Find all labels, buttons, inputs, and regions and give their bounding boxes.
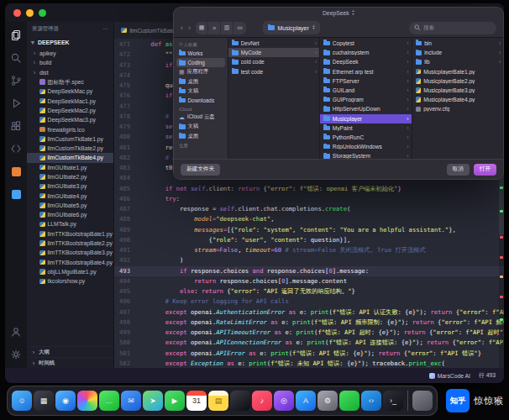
files-icon[interactable] [9, 29, 23, 42]
tree-item[interactable]: DeepSeekMac1.py [27, 96, 113, 105]
tree-item[interactable]: llmCustomTkBate4.py [27, 153, 113, 162]
dialog-file-item[interactable]: cuchainsystem› [320, 48, 411, 57]
tree-item[interactable]: firewallgirls.ico [27, 124, 113, 134]
dialog-file-item[interactable]: MusicplayerBate4.py [412, 95, 503, 104]
list-view-icon[interactable]: ≡ [208, 22, 221, 34]
dialog-file-item[interactable]: bin› [412, 39, 503, 48]
dock-settings-icon[interactable]: ⚙ [317, 391, 338, 411]
tree-item[interactable]: ›dist [27, 68, 113, 77]
back-button[interactable]: ‹ [181, 24, 183, 32]
gear-icon[interactable] [9, 348, 23, 361]
dock-trash-icon[interactable] [412, 391, 433, 411]
extension-blue-icon[interactable] [9, 187, 23, 201]
dialog-file-item[interactable]: MusicplayerBate2.py [412, 76, 503, 86]
dialog-file-item[interactable]: Musicplayer› [320, 114, 411, 123]
tree-item[interactable]: llmTTKBootstrapBate3.py [27, 248, 113, 257]
dialog-file-item[interactable]: StorageSystem› [320, 151, 411, 159]
gallery-view-icon[interactable]: ▭ [234, 22, 246, 34]
tree-item[interactable]: LLMTalk.py [27, 219, 113, 228]
dock-vscode-icon[interactable]: ‹› [361, 391, 381, 411]
dialog-file-item[interactable]: cold code› [228, 57, 319, 66]
dialog-file-item[interactable]: DevNet› [228, 39, 319, 48]
dialog-file-item[interactable]: lib› [412, 57, 503, 66]
column-view-icon[interactable]: ▥ [221, 22, 234, 34]
tree-item[interactable]: llmCustomTkBate1.py [27, 134, 113, 144]
tree-item[interactable]: ›build [27, 58, 113, 67]
dock-facetime-icon[interactable]: ▶ [165, 391, 185, 411]
dialog-file-item[interactable]: GUIProgram› [320, 95, 411, 104]
dock-music-icon[interactable]: ♪ [252, 391, 272, 411]
dialog-file-item[interactable]: Ethernet arp test› [320, 67, 411, 76]
dock-mail-icon[interactable]: ✉ [121, 391, 141, 411]
tree-item[interactable]: DeepSeekMac3.py [27, 115, 113, 124]
tree-item[interactable]: llmGUIbate3.py [27, 181, 113, 191]
new-folder-button[interactable]: 新建文件夹 [181, 164, 220, 176]
dialog-file-item[interactable]: PythonRunC› [320, 133, 411, 142]
tree-item[interactable]: objLLMguiBate1.py [27, 267, 113, 276]
dock-maps-icon[interactable]: ➤ [143, 391, 163, 411]
cursor-position[interactable]: 行 493 [479, 371, 496, 380]
dialog-sidebar-item[interactable]: ☁iCloud 云盘 [176, 113, 225, 122]
close-button[interactable] [13, 9, 21, 17]
tree-item[interactable]: llmGUIbate2.py [27, 172, 113, 181]
dock-safari-icon[interactable]: ◉ [55, 391, 76, 411]
tree-item[interactable]: tkcolorshow.py [27, 276, 113, 286]
marscode-ai-status[interactable]: MarsCode AI [429, 373, 470, 379]
tree-item[interactable]: DeepSeekMac.py [27, 87, 113, 96]
dialog-sidebar-item[interactable]: 桌面 [176, 77, 225, 87]
tree-item[interactable]: llmTTKBootstrapBate4.py [27, 258, 113, 267]
dock-messages-icon[interactable]: … [99, 391, 119, 411]
tree-item[interactable]: llmTTKBootstrapBate2.py [27, 239, 113, 248]
dialog-sidebar-item[interactable]: Coding [176, 58, 225, 67]
tree-item[interactable]: llmGUIbate5.py [27, 201, 113, 210]
tree-item[interactable]: llmGUIbate6.py [27, 210, 113, 219]
search-icon[interactable] [9, 51, 23, 65]
search-input[interactable]: 搜索 [409, 22, 496, 34]
dock-calendar-icon[interactable]: 31 [186, 391, 207, 411]
tree-item[interactable]: ›apikey [27, 49, 113, 58]
dock-tv-icon[interactable] [230, 391, 250, 411]
dialog-file-item[interactable]: MyCode› [228, 48, 319, 57]
location-dropdown[interactable]: Musicplayer ▲▼ [263, 21, 320, 34]
dialog-sidebar-item[interactable]: Works [176, 49, 225, 58]
dock-wechat-icon[interactable] [339, 391, 359, 411]
dialog-file-item[interactable]: pyvenv.cfg [412, 104, 503, 113]
dialog-sidebar-item[interactable]: Downloads [176, 96, 225, 105]
tree-item[interactable]: llmCustomTkBate2.py [27, 144, 113, 153]
dialog-file-item[interactable]: FTPServer› [320, 76, 411, 86]
dialog-sidebar-item[interactable]: 文稿 [176, 87, 225, 96]
dialog-file-item[interactable]: DeepSeek› [320, 57, 411, 66]
dialog-file-item[interactable]: MyPaint› [320, 123, 411, 133]
dialog-file-item[interactable]: Copytest› [320, 39, 411, 48]
dock-finder-icon[interactable]: ☺ [12, 391, 32, 411]
dialog-sidebar-item[interactable]: 桌面 [176, 132, 225, 141]
extension-orange-icon[interactable] [9, 165, 23, 178]
zoom-button[interactable] [39, 9, 46, 17]
dock-appstore-icon[interactable]: A [296, 391, 316, 411]
forward-button[interactable]: › [188, 24, 191, 32]
remote-icon[interactable] [9, 142, 23, 155]
icon-view-icon[interactable]: ▦ [196, 22, 208, 34]
tree-item[interactable]: llmGUIbate1.py [27, 163, 113, 172]
sidebar-panel[interactable]: ›大纲 [27, 346, 113, 357]
dialog-sidebar-item[interactable]: ▦应用程序 [176, 67, 225, 76]
dock-photos-icon[interactable] [77, 391, 97, 411]
more-actions-icon[interactable]: ··· [103, 26, 108, 32]
tree-item[interactable]: DeepSeekMac2.py [27, 106, 113, 115]
dialog-file-item[interactable]: GUILand› [320, 86, 411, 95]
open-button[interactable]: 打开 [474, 164, 496, 176]
project-root[interactable]: ▾ DEEPSEEK [27, 36, 113, 49]
dialog-file-item[interactable]: include› [412, 48, 503, 57]
dialog-file-item[interactable]: MusicplayerBate1.py [412, 67, 503, 76]
dialog-sidebar-item[interactable]: 文稿 [176, 122, 225, 131]
dialog-file-item[interactable]: HttpServerUpDown› [320, 104, 411, 113]
tree-item[interactable]: llmGUIbate4.py [27, 191, 113, 200]
dialog-file-item[interactable]: RdpUnlockWindows› [320, 142, 411, 151]
sidebar-panel[interactable]: ›时间线 [27, 357, 113, 368]
dock-podcasts-icon[interactable]: ◎ [274, 391, 294, 411]
dialog-file-item[interactable]: MusicplayerBate3.py [412, 86, 503, 95]
tree-item[interactable]: llmTTKBootstrapBate1.py [27, 229, 113, 239]
source-control-icon[interactable] [9, 74, 23, 87]
dock-terminal-icon[interactable]: ›_ [383, 391, 403, 411]
minimize-button[interactable] [26, 9, 34, 17]
